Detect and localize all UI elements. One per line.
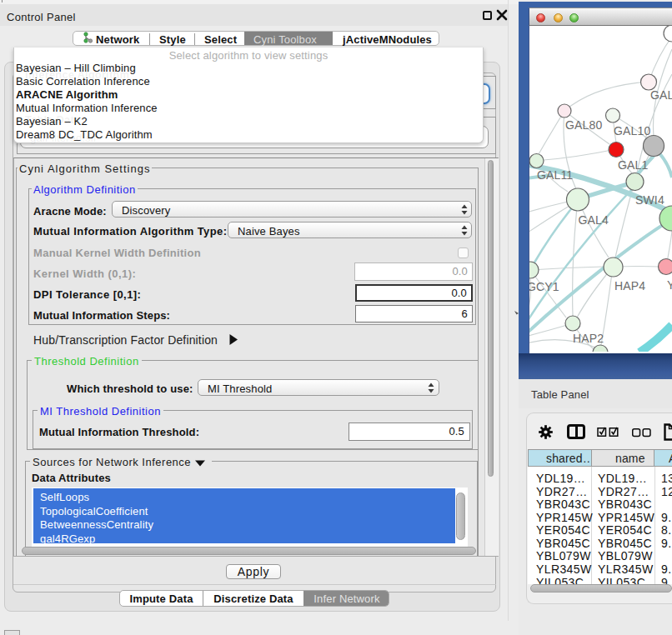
svg-text:GAL10: GAL10 (614, 124, 650, 138)
svg-text:GAL80: GAL80 (565, 118, 602, 132)
svg-text:HAP4: HAP4 (614, 279, 645, 292)
svg-text:HAP2: HAP2 (573, 332, 604, 345)
svg-text:Y: Y (667, 278, 672, 292)
svg-text:SWI4: SWI4 (635, 193, 664, 207)
svg-text:GCY1: GCY1 (529, 280, 559, 293)
svg-text:GAL4: GAL4 (579, 213, 609, 227)
svg-text:GAL2: GAL2 (650, 88, 672, 102)
svg-text:GAL11: GAL11 (537, 168, 573, 182)
svg-text:GAL1: GAL1 (618, 158, 648, 172)
